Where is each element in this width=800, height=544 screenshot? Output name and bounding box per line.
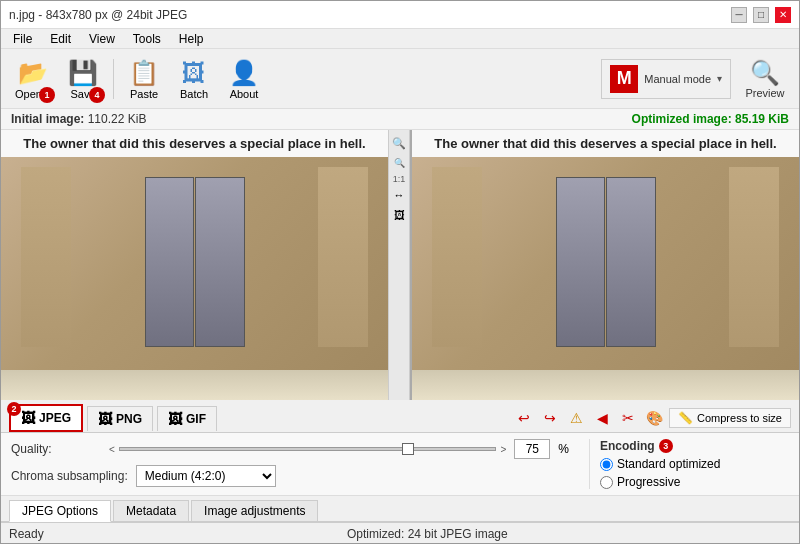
batch-button[interactable]: 🖼 Batch bbox=[170, 53, 218, 105]
window-title: n.jpg - 843x780 px @ 24bit JPEG bbox=[9, 8, 187, 22]
open-badge: 1 bbox=[39, 87, 55, 103]
window-controls: ─ □ ✕ bbox=[731, 7, 791, 23]
options-area: Quality: < > % Chroma subsampling: None … bbox=[1, 433, 799, 496]
manual-m-icon: M bbox=[610, 65, 638, 93]
chroma-select[interactable]: None (4:4:4) Low (4:1:1) Medium (4:2:0) … bbox=[136, 465, 276, 487]
standard-optimized-row: Standard optimized bbox=[600, 457, 789, 471]
tab-jpeg[interactable]: 🖼 JPEG 2 bbox=[9, 404, 83, 432]
options-right: Encoding 3 Standard optimized Progressiv… bbox=[589, 439, 789, 489]
progressive-row: Progressive bbox=[600, 475, 789, 489]
info-bar: Initial image: 110.22 KiB Optimized imag… bbox=[1, 109, 799, 130]
encoding-title: Encoding 3 bbox=[600, 439, 789, 453]
manual-mode-label: Manual mode bbox=[644, 73, 711, 85]
progressive-label: Progressive bbox=[617, 475, 680, 489]
menu-tools[interactable]: Tools bbox=[125, 30, 169, 48]
fit-button[interactable]: ↔ bbox=[390, 186, 408, 204]
title-bar: n.jpg - 843x780 px @ 24bit JPEG ─ □ ✕ bbox=[1, 1, 799, 29]
jpeg-badge: 2 bbox=[7, 402, 21, 416]
tab-png[interactable]: 🖼 PNG bbox=[87, 406, 153, 431]
zoom-out-button[interactable]: 🔍 bbox=[390, 154, 408, 172]
quality-min-arrow[interactable]: < bbox=[109, 444, 115, 455]
batch-icon: 🖼 bbox=[178, 58, 210, 88]
menu-help[interactable]: Help bbox=[171, 30, 212, 48]
open-icon: 📂 bbox=[17, 58, 49, 88]
paste-button[interactable]: 📋 Paste bbox=[120, 53, 168, 105]
original-size-button[interactable]: 🖼 bbox=[390, 206, 408, 224]
slider-track[interactable] bbox=[119, 447, 497, 451]
bottom-tabs: JPEG Options Metadata Image adjustments bbox=[1, 496, 799, 522]
undo-button[interactable]: ↩ bbox=[513, 407, 535, 429]
tab-gif[interactable]: 🖼 GIF bbox=[157, 406, 217, 431]
compress-to-size-button[interactable]: 📏 Compress to size bbox=[669, 408, 791, 428]
status-ready: Ready bbox=[9, 527, 44, 541]
encoding-badge: 3 bbox=[659, 439, 673, 453]
quality-label: Quality: bbox=[11, 442, 101, 456]
about-button[interactable]: 👤 About bbox=[220, 53, 268, 105]
initial-info: Initial image: 110.22 KiB bbox=[11, 112, 146, 126]
action-buttons: ↩ ↪ ⚠ ◀ ✂ 🎨 📏 Compress to size bbox=[513, 407, 791, 429]
paste-icon: 📋 bbox=[128, 58, 160, 88]
about-icon: 👤 bbox=[228, 58, 260, 88]
chroma-label: Chroma subsampling: bbox=[11, 469, 128, 483]
open-button-wrap: 📂 Open... 1 bbox=[9, 53, 57, 105]
quality-percent: % bbox=[558, 442, 569, 456]
menu-view[interactable]: View bbox=[81, 30, 123, 48]
quality-slider: < > bbox=[109, 441, 506, 457]
jpeg-icon: 🖼 bbox=[21, 410, 35, 426]
maximize-button[interactable]: □ bbox=[753, 7, 769, 23]
zoom-in-button[interactable]: 🔍 bbox=[390, 134, 408, 152]
quality-row: Quality: < > % bbox=[11, 439, 569, 459]
redo-button[interactable]: ↪ bbox=[539, 407, 561, 429]
chroma-row: Chroma subsampling: None (4:4:4) Low (4:… bbox=[11, 465, 569, 487]
quality-input[interactable] bbox=[514, 439, 550, 459]
original-caption: The owner that did this deserves a speci… bbox=[1, 130, 388, 157]
color-button[interactable]: 🎨 bbox=[643, 407, 665, 429]
side-tools: 🔍 🔍 1:1 ↔ 🖼 bbox=[388, 130, 410, 400]
toolbar-separator-1 bbox=[113, 59, 114, 99]
standard-radio[interactable] bbox=[600, 458, 613, 471]
compress-icon: 📏 bbox=[678, 411, 693, 425]
menu-file[interactable]: File bbox=[5, 30, 40, 48]
quality-max-arrow[interactable]: > bbox=[500, 444, 506, 455]
save-icon: 💾 bbox=[67, 58, 99, 88]
image-area: The owner that did this deserves a speci… bbox=[1, 130, 799, 400]
tab-image-adjustments[interactable]: Image adjustments bbox=[191, 500, 318, 521]
preview-icon: 🔍 bbox=[750, 59, 780, 87]
optimized-image-panel: The owner that did this deserves a speci… bbox=[412, 130, 799, 400]
close-button[interactable]: ✕ bbox=[775, 7, 791, 23]
dropdown-arrow: ▾ bbox=[717, 73, 722, 84]
standard-label: Standard optimized bbox=[617, 457, 720, 471]
prev-button[interactable]: ◀ bbox=[591, 407, 613, 429]
png-icon: 🖼 bbox=[98, 411, 112, 427]
tab-metadata[interactable]: Metadata bbox=[113, 500, 189, 521]
preview-button[interactable]: 🔍 Preview bbox=[739, 59, 791, 99]
manual-mode-button[interactable]: M Manual mode ▾ bbox=[601, 59, 731, 99]
warning-button[interactable]: ⚠ bbox=[565, 407, 587, 429]
status-info: Optimized: 24 bit JPEG image bbox=[64, 527, 791, 541]
original-image-panel: The owner that did this deserves a speci… bbox=[1, 130, 388, 400]
save-button-wrap: 💾 Save 4 bbox=[59, 53, 107, 105]
menu-bar: File Edit View Tools Help bbox=[1, 29, 799, 49]
format-tabs: 🖼 JPEG 2 🖼 PNG 🖼 GIF ↩ ↪ ⚠ ◀ ✂ 🎨 📏 Compr… bbox=[1, 400, 799, 433]
tab-jpeg-options[interactable]: JPEG Options bbox=[9, 500, 111, 522]
save-badge: 4 bbox=[89, 87, 105, 103]
menu-edit[interactable]: Edit bbox=[42, 30, 79, 48]
cut-button[interactable]: ✂ bbox=[617, 407, 639, 429]
toolbar-right: M Manual mode ▾ 🔍 Preview bbox=[601, 59, 791, 99]
slider-thumb[interactable] bbox=[402, 443, 414, 455]
progressive-radio[interactable] bbox=[600, 476, 613, 489]
zoom-label: 1:1 bbox=[393, 174, 406, 184]
original-image bbox=[1, 157, 388, 400]
toolbar: 📂 Open... 1 💾 Save 4 📋 Paste 🖼 Batch 👤 A… bbox=[1, 49, 799, 109]
status-bar: Ready Optimized: 24 bit JPEG image bbox=[1, 522, 799, 544]
optimized-image bbox=[412, 157, 799, 400]
minimize-button[interactable]: ─ bbox=[731, 7, 747, 23]
gif-icon: 🖼 bbox=[168, 411, 182, 427]
optimized-caption: The owner that did this deserves a speci… bbox=[412, 130, 799, 157]
optimized-info: Optimized image: 85.19 KiB bbox=[632, 112, 789, 126]
options-left: Quality: < > % Chroma subsampling: None … bbox=[11, 439, 569, 489]
